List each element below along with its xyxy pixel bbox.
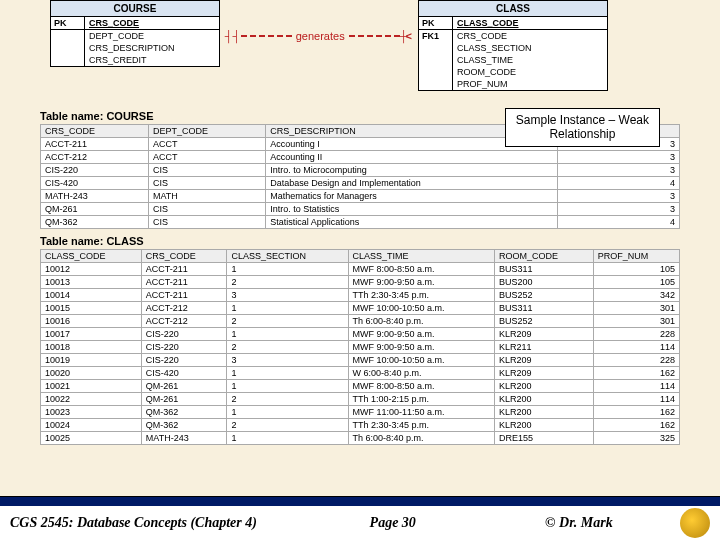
cell: Statistical Applications — [266, 216, 558, 229]
cell: 162 — [593, 419, 679, 432]
cell: 105 — [593, 276, 679, 289]
cell: CIS — [149, 177, 266, 190]
cell: 10024 — [41, 419, 142, 432]
footer-left: CGS 2545: Database Concepts (Chapter 4) — [10, 515, 300, 531]
cell: CIS-420 — [41, 177, 149, 190]
cell: KLR200 — [495, 393, 594, 406]
table-row: 10021QM-2611MWF 8:00-8:50 a.m.KLR200114 — [41, 380, 680, 393]
table-row: 10016ACCT-2122Th 6:00-8:40 p.m.BUS252301 — [41, 315, 680, 328]
class-table: CLASS_CODECRS_CODECLASS_SECTIONCLASS_TIM… — [40, 249, 680, 445]
cell: 162 — [593, 406, 679, 419]
cell: CIS-220 — [41, 164, 149, 177]
table-row: ACCT-212ACCTAccounting II3 — [41, 151, 680, 164]
column-header: CLASS_SECTION — [227, 250, 348, 263]
cell: 2 — [227, 276, 348, 289]
cell: 3 — [558, 151, 680, 164]
attr: CRS_CODE — [453, 30, 607, 42]
cell: MWF 11:00-11:50 a.m. — [348, 406, 495, 419]
attr: DEPT_CODE — [85, 30, 219, 42]
cell: BUS311 — [495, 302, 594, 315]
cell: TTh 2:30-3:45 p.m. — [348, 419, 495, 432]
footer: CGS 2545: Database Concepts (Chapter 4) … — [0, 504, 720, 540]
cardinality-left-icon — [225, 30, 241, 42]
cell: 10019 — [41, 354, 142, 367]
cell: KLR211 — [495, 341, 594, 354]
cell: 4 — [558, 216, 680, 229]
cell: MATH-243 — [41, 190, 149, 203]
table-row: MATH-243MATHMathematics for Managers3 — [41, 190, 680, 203]
cell: MWF 9:00-9:50 a.m. — [348, 328, 495, 341]
cell: 10018 — [41, 341, 142, 354]
cell: 10017 — [41, 328, 142, 341]
attr: PROF_NUM — [453, 78, 607, 90]
pk-attr: CLASS_CODE — [453, 17, 607, 29]
fk-label: FK1 — [419, 30, 453, 42]
table-row: CIS-420CISDatabase Design and Implementa… — [41, 177, 680, 190]
attr: CLASS_SECTION — [453, 42, 607, 54]
table-row: 10022QM-2612TTh 1:00-2:15 p.m.KLR200114 — [41, 393, 680, 406]
cell: Th 6:00-8:40 p.m. — [348, 315, 495, 328]
caption-box: Sample Instance – Weak Relationship — [505, 108, 660, 147]
cell: DRE155 — [495, 432, 594, 445]
cell: TTh 1:00-2:15 p.m. — [348, 393, 495, 406]
cell: 3 — [227, 354, 348, 367]
cell: 10021 — [41, 380, 142, 393]
cell: 228 — [593, 328, 679, 341]
cell: MWF 8:00-8:50 a.m. — [348, 263, 495, 276]
cell: Th 6:00-8:40 p.m. — [348, 432, 495, 445]
column-header: CLASS_TIME — [348, 250, 495, 263]
cell: 2 — [227, 393, 348, 406]
cell: MATH — [149, 190, 266, 203]
cell: QM-362 — [141, 406, 227, 419]
cell: BUS252 — [495, 289, 594, 302]
cell: KLR209 — [495, 328, 594, 341]
cell: MWF 8:00-8:50 a.m. — [348, 380, 495, 393]
table-row: 10015ACCT-2121MWF 10:00-10:50 a.m.BUS311… — [41, 302, 680, 315]
erd-area: COURSE PK CRS_CODE DEPT_CODE CRS_DESCRIP… — [0, 0, 720, 100]
cell: 342 — [593, 289, 679, 302]
cell: 10014 — [41, 289, 142, 302]
ucf-logo-icon — [680, 508, 710, 538]
cell: QM-362 — [141, 419, 227, 432]
table-row: 10018CIS-2202MWF 9:00-9:50 a.m.KLR211114 — [41, 341, 680, 354]
table-row: 10023QM-3621MWF 11:00-11:50 a.m.KLR20016… — [41, 406, 680, 419]
cell: 114 — [593, 380, 679, 393]
cell: 10022 — [41, 393, 142, 406]
cell: 2 — [227, 419, 348, 432]
cell: 325 — [593, 432, 679, 445]
cell: TTh 2:30-3:45 p.m. — [348, 289, 495, 302]
entity-class-title: CLASS — [419, 1, 607, 17]
cell: BUS252 — [495, 315, 594, 328]
cell: CIS-220 — [141, 328, 227, 341]
cell: 114 — [593, 393, 679, 406]
cell: ACCT — [149, 138, 266, 151]
cell: 1 — [227, 432, 348, 445]
caption-line2: Relationship — [516, 127, 649, 141]
cell: CIS-420 — [141, 367, 227, 380]
cell: 105 — [593, 263, 679, 276]
caption-line1: Sample Instance – Weak — [516, 113, 649, 127]
cell: 10012 — [41, 263, 142, 276]
cell: 162 — [593, 367, 679, 380]
table-row: QM-261CISIntro. to Statistics3 — [41, 203, 680, 216]
cell: ACCT-212 — [141, 302, 227, 315]
cell: 3 — [227, 289, 348, 302]
cell: CIS-220 — [141, 354, 227, 367]
cell: 114 — [593, 341, 679, 354]
table-row: 10024QM-3622TTh 2:30-3:45 p.m.KLR200162 — [41, 419, 680, 432]
cell: KLR200 — [495, 406, 594, 419]
cell: 10020 — [41, 367, 142, 380]
footer-page: Page 30 — [300, 515, 486, 531]
cardinality-right-icon — [400, 30, 410, 42]
entity-course-title: COURSE — [51, 1, 219, 17]
table-row: 10019CIS-2203MWF 10:00-10:50 a.m.KLR2092… — [41, 354, 680, 367]
table-row: CIS-220CISIntro. to Microcomputing3 — [41, 164, 680, 177]
column-header: PROF_NUM — [593, 250, 679, 263]
pk-label: PK — [51, 17, 85, 29]
tables-area: Table name: COURSE CRS_CODEDEPT_CODECRS_… — [0, 100, 720, 445]
table-row: 10014ACCT-2113TTh 2:30-3:45 p.m.BUS25234… — [41, 289, 680, 302]
cell: ACCT-211 — [141, 276, 227, 289]
table-row: 10025MATH-2431Th 6:00-8:40 p.m.DRE155325 — [41, 432, 680, 445]
cell: 3 — [558, 164, 680, 177]
class-table-title: Table name: CLASS — [40, 235, 680, 247]
